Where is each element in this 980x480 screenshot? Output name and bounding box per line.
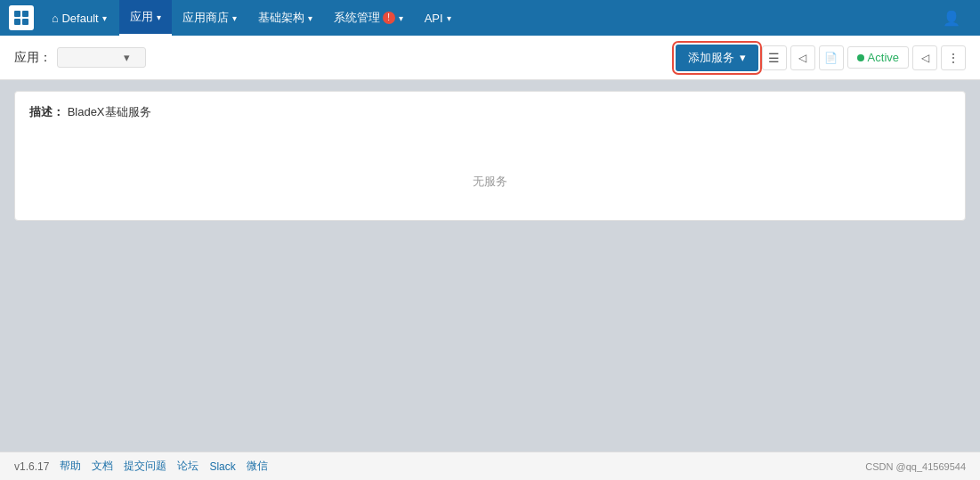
brand-caret: ▾ [102,13,107,23]
nav-infra-caret: ▾ [308,13,312,23]
status-badge[interactable]: Active [847,46,909,69]
add-service-button[interactable]: 添加服务 ▾ [676,45,758,71]
footer-right: CSDN @qq_41569544 [865,461,966,472]
service-description: 描述： BladeX基础服务 [29,104,951,120]
footer-link-forum[interactable]: 论坛 [177,459,198,474]
subheader-actions: 添加服务 ▾ ☰ ◁ 📄 Active ◁ ⋮ [676,45,966,71]
footer-version: v1.6.17 [14,460,49,473]
nav-item-app[interactable]: 应用 ▾ [119,0,172,36]
footer-link-wechat[interactable]: 微信 [247,459,268,474]
footer-link-issues[interactable]: 提交问题 [124,459,166,474]
status-text: Active [868,51,899,64]
doc-icon: 📄 [824,52,838,64]
list-view-button[interactable]: ☰ [762,45,787,70]
desc-label: 描述： [29,105,64,118]
app-label-group: 应用： ▾ [14,47,146,68]
content-area: 描述： BladeX基础服务 无服务 [0,80,980,452]
footer-link-help[interactable]: 帮助 [60,459,81,474]
topnav-right: 👤 [932,6,971,30]
svg-rect-1 [22,11,28,17]
svg-rect-0 [14,11,20,17]
subheader: 应用： ▾ 添加服务 ▾ ☰ ◁ 📄 Active ◁ ⋮ [0,36,980,80]
top-navigation: ⌂ Default ▾ 应用 ▾ 应用商店 ▾ 基础架构 ▾ 系统管理 ! ▾ … [0,0,980,36]
footer-link-slack[interactable]: Slack [209,460,235,473]
more-button[interactable]: ⋮ [941,45,966,70]
nav-item-sysmanage[interactable]: 系统管理 ! ▾ [323,0,414,36]
nav-api-label: API [425,12,443,25]
service-card: 描述： BladeX基础服务 无服务 [14,91,966,221]
share-icon: ◁ [798,52,806,64]
nav-sysmanage-caret: ▾ [399,13,403,23]
nav-item-api[interactable]: API ▾ [414,0,462,36]
share-button[interactable]: ◁ [790,45,815,70]
add-service-label: 添加服务 [688,50,734,66]
app-selector-caret: ▾ [124,51,130,64]
status-dot [857,54,864,61]
brand-label: Default [61,12,98,25]
nav-item-infra[interactable]: 基础架构 ▾ [247,0,323,36]
nav-menu: 应用 ▾ 应用商店 ▾ 基础架构 ▾ 系统管理 ! ▾ API ▾ [119,0,932,36]
nav-sysmanage-label: 系统管理 [334,10,380,26]
app-name-text [65,51,118,64]
app-selector[interactable]: ▾ [57,47,146,68]
nav-api-caret: ▾ [447,13,451,23]
footer: v1.6.17 帮助 文档 提交问题 论坛 Slack 微信 CSDN @qq_… [0,452,980,480]
more-icon: ⋮ [947,51,960,65]
nav-app-caret: ▾ [157,12,161,22]
nav-item-appstore[interactable]: 应用商店 ▾ [172,0,247,36]
svg-rect-3 [22,19,28,25]
warn-icon: ! [383,12,395,24]
share2-icon: ◁ [921,52,929,64]
add-service-caret: ▾ [740,51,746,64]
nav-infra-label: 基础架构 [258,10,304,26]
share2-button[interactable]: ◁ [912,45,937,70]
nav-appstore-label: 应用商店 [182,10,229,26]
app-label-text: 应用： [14,50,52,66]
home-icon: ⌂ [52,12,59,25]
no-service-text: 无服务 [29,156,951,207]
footer-left: v1.6.17 帮助 文档 提交问题 论坛 Slack 微信 [14,459,268,474]
list-icon: ☰ [768,51,780,65]
doc-button[interactable]: 📄 [819,45,844,70]
logo [9,5,34,30]
svg-rect-2 [14,19,20,25]
footer-watermark: CSDN @qq_41569544 [865,461,966,472]
nav-appstore-caret: ▾ [232,13,237,23]
desc-value: BladeX基础服务 [68,105,151,118]
nav-app-label: 应用 [130,9,153,25]
footer-link-docs[interactable]: 文档 [92,459,113,474]
brand-selector[interactable]: ⌂ Default ▾ [43,4,116,32]
user-icon[interactable]: 👤 [939,6,964,30]
